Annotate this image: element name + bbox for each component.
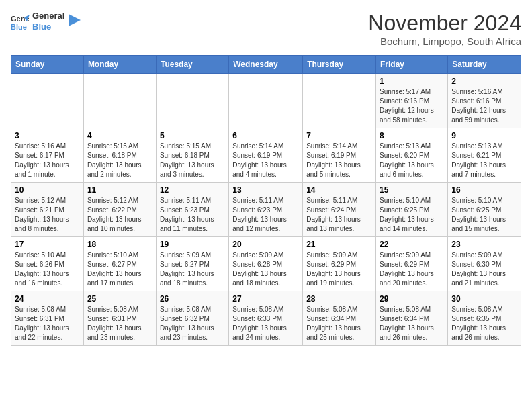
day-info: Sunrise: 5:08 AM Sunset: 6:34 PM Dayligh… bbox=[380, 305, 444, 342]
weekday-header-row: SundayMondayTuesdayWednesdayThursdayFrid… bbox=[11, 56, 521, 74]
weekday-header-monday: Monday bbox=[83, 56, 156, 74]
day-cell: 17Sunrise: 5:10 AM Sunset: 6:26 PM Dayli… bbox=[11, 237, 84, 291]
day-number: 28 bbox=[306, 294, 372, 304]
day-number: 13 bbox=[232, 185, 299, 195]
day-cell: 5Sunrise: 5:15 AM Sunset: 6:18 PM Daylig… bbox=[156, 128, 228, 183]
day-info: Sunrise: 5:09 AM Sunset: 6:29 PM Dayligh… bbox=[380, 250, 444, 288]
day-number: 10 bbox=[15, 185, 80, 195]
day-cell: 9Sunrise: 5:13 AM Sunset: 6:21 PM Daylig… bbox=[448, 128, 521, 183]
day-cell: 11Sunrise: 5:12 AM Sunset: 6:22 PM Dayli… bbox=[83, 183, 156, 237]
day-number: 25 bbox=[87, 294, 152, 304]
day-number: 30 bbox=[451, 294, 517, 304]
day-cell: 18Sunrise: 5:10 AM Sunset: 6:27 PM Dayli… bbox=[83, 237, 156, 291]
day-info: Sunrise: 5:08 AM Sunset: 6:33 PM Dayligh… bbox=[232, 305, 299, 342]
day-number: 7 bbox=[306, 131, 372, 140]
day-info: Sunrise: 5:10 AM Sunset: 6:25 PM Dayligh… bbox=[451, 196, 517, 234]
day-cell bbox=[83, 74, 156, 128]
logo-chevron-icon bbox=[69, 14, 81, 26]
logo-text-line1: General bbox=[32, 11, 64, 21]
day-number: 22 bbox=[380, 240, 444, 249]
calendar-subtitle: Bochum, Limpopo, South Africa bbox=[368, 36, 521, 47]
day-cell: 20Sunrise: 5:09 AM Sunset: 6:28 PM Dayli… bbox=[229, 237, 303, 291]
weekday-header-saturday: Saturday bbox=[448, 56, 521, 74]
day-info: Sunrise: 5:08 AM Sunset: 6:34 PM Dayligh… bbox=[306, 305, 372, 342]
day-cell: 23Sunrise: 5:09 AM Sunset: 6:30 PM Dayli… bbox=[448, 237, 521, 291]
calendar-title: November 2024 bbox=[368, 11, 521, 36]
svg-text:Blue: Blue bbox=[11, 23, 27, 31]
day-info: Sunrise: 5:09 AM Sunset: 6:29 PM Dayligh… bbox=[306, 250, 372, 288]
day-number: 14 bbox=[306, 185, 372, 195]
day-cell: 30Sunrise: 5:08 AM Sunset: 6:35 PM Dayli… bbox=[448, 291, 521, 346]
day-number: 15 bbox=[380, 185, 444, 195]
day-number: 16 bbox=[451, 185, 517, 195]
week-row-3: 10Sunrise: 5:12 AM Sunset: 6:21 PM Dayli… bbox=[11, 183, 521, 237]
weekday-header-wednesday: Wednesday bbox=[229, 56, 303, 74]
weekday-header-sunday: Sunday bbox=[11, 56, 84, 74]
day-cell: 25Sunrise: 5:08 AM Sunset: 6:31 PM Dayli… bbox=[83, 291, 156, 346]
day-number: 6 bbox=[232, 131, 299, 140]
day-cell: 6Sunrise: 5:14 AM Sunset: 6:19 PM Daylig… bbox=[229, 128, 303, 183]
day-cell: 4Sunrise: 5:15 AM Sunset: 6:18 PM Daylig… bbox=[83, 128, 156, 183]
day-cell: 24Sunrise: 5:08 AM Sunset: 6:31 PM Dayli… bbox=[11, 291, 84, 346]
week-row-2: 3Sunrise: 5:16 AM Sunset: 6:17 PM Daylig… bbox=[11, 128, 521, 183]
day-info: Sunrise: 5:14 AM Sunset: 6:19 PM Dayligh… bbox=[232, 142, 299, 179]
day-cell: 1Sunrise: 5:17 AM Sunset: 6:16 PM Daylig… bbox=[376, 74, 448, 128]
day-number: 19 bbox=[160, 240, 225, 249]
title-area: November 2024 Bochum, Limpopo, South Afr… bbox=[368, 11, 521, 47]
day-info: Sunrise: 5:08 AM Sunset: 6:31 PM Dayligh… bbox=[87, 305, 152, 342]
day-cell: 16Sunrise: 5:10 AM Sunset: 6:25 PM Dayli… bbox=[448, 183, 521, 237]
day-info: Sunrise: 5:09 AM Sunset: 6:28 PM Dayligh… bbox=[232, 250, 299, 288]
logo: General Blue General Blue bbox=[11, 11, 81, 32]
weekday-header-tuesday: Tuesday bbox=[156, 56, 228, 74]
day-cell: 29Sunrise: 5:08 AM Sunset: 6:34 PM Dayli… bbox=[376, 291, 448, 346]
calendar-table: SundayMondayTuesdayWednesdayThursdayFrid… bbox=[11, 55, 521, 346]
day-info: Sunrise: 5:10 AM Sunset: 6:26 PM Dayligh… bbox=[15, 250, 80, 288]
day-cell: 7Sunrise: 5:14 AM Sunset: 6:19 PM Daylig… bbox=[303, 128, 376, 183]
day-cell: 2Sunrise: 5:16 AM Sunset: 6:16 PM Daylig… bbox=[448, 74, 521, 128]
day-number: 23 bbox=[451, 240, 517, 249]
day-cell bbox=[11, 74, 84, 128]
day-info: Sunrise: 5:11 AM Sunset: 6:24 PM Dayligh… bbox=[306, 196, 372, 234]
day-number: 5 bbox=[160, 131, 225, 140]
day-info: Sunrise: 5:14 AM Sunset: 6:19 PM Dayligh… bbox=[306, 142, 372, 179]
day-number: 24 bbox=[15, 294, 80, 304]
day-number: 21 bbox=[306, 240, 372, 249]
day-number: 1 bbox=[380, 77, 444, 86]
day-number: 29 bbox=[380, 294, 444, 304]
day-number: 27 bbox=[232, 294, 299, 304]
day-cell: 8Sunrise: 5:13 AM Sunset: 6:20 PM Daylig… bbox=[376, 128, 448, 183]
day-info: Sunrise: 5:17 AM Sunset: 6:16 PM Dayligh… bbox=[380, 87, 444, 125]
day-number: 12 bbox=[160, 185, 225, 195]
day-number: 17 bbox=[15, 240, 80, 249]
day-info: Sunrise: 5:16 AM Sunset: 6:17 PM Dayligh… bbox=[15, 142, 80, 179]
day-number: 2 bbox=[451, 77, 517, 86]
week-row-4: 17Sunrise: 5:10 AM Sunset: 6:26 PM Dayli… bbox=[11, 237, 521, 291]
day-info: Sunrise: 5:11 AM Sunset: 6:23 PM Dayligh… bbox=[232, 196, 299, 234]
week-row-1: 1Sunrise: 5:17 AM Sunset: 6:16 PM Daylig… bbox=[11, 74, 521, 128]
day-info: Sunrise: 5:10 AM Sunset: 6:27 PM Dayligh… bbox=[87, 250, 152, 288]
day-info: Sunrise: 5:08 AM Sunset: 6:32 PM Dayligh… bbox=[160, 305, 225, 342]
day-info: Sunrise: 5:08 AM Sunset: 6:35 PM Dayligh… bbox=[451, 305, 517, 342]
day-cell: 28Sunrise: 5:08 AM Sunset: 6:34 PM Dayli… bbox=[303, 291, 376, 346]
day-number: 11 bbox=[87, 185, 152, 195]
day-cell: 26Sunrise: 5:08 AM Sunset: 6:32 PM Dayli… bbox=[156, 291, 228, 346]
day-cell: 19Sunrise: 5:09 AM Sunset: 6:27 PM Dayli… bbox=[156, 237, 228, 291]
day-info: Sunrise: 5:13 AM Sunset: 6:20 PM Dayligh… bbox=[380, 142, 444, 179]
day-cell: 27Sunrise: 5:08 AM Sunset: 6:33 PM Dayli… bbox=[229, 291, 303, 346]
day-info: Sunrise: 5:08 AM Sunset: 6:31 PM Dayligh… bbox=[15, 305, 80, 342]
day-number: 18 bbox=[87, 240, 152, 249]
day-info: Sunrise: 5:15 AM Sunset: 6:18 PM Dayligh… bbox=[87, 142, 152, 179]
day-info: Sunrise: 5:12 AM Sunset: 6:21 PM Dayligh… bbox=[15, 196, 80, 234]
day-cell: 21Sunrise: 5:09 AM Sunset: 6:29 PM Dayli… bbox=[303, 237, 376, 291]
day-info: Sunrise: 5:10 AM Sunset: 6:25 PM Dayligh… bbox=[380, 196, 444, 234]
svg-marker-3 bbox=[69, 14, 81, 26]
day-info: Sunrise: 5:09 AM Sunset: 6:30 PM Dayligh… bbox=[451, 250, 517, 288]
day-number: 3 bbox=[15, 131, 80, 140]
day-cell: 22Sunrise: 5:09 AM Sunset: 6:29 PM Dayli… bbox=[376, 237, 448, 291]
weekday-header-friday: Friday bbox=[376, 56, 448, 74]
day-cell bbox=[303, 74, 376, 128]
day-cell: 14Sunrise: 5:11 AM Sunset: 6:24 PM Dayli… bbox=[303, 183, 376, 237]
day-number: 9 bbox=[451, 131, 517, 140]
day-number: 8 bbox=[380, 131, 444, 140]
day-info: Sunrise: 5:09 AM Sunset: 6:27 PM Dayligh… bbox=[160, 250, 225, 288]
